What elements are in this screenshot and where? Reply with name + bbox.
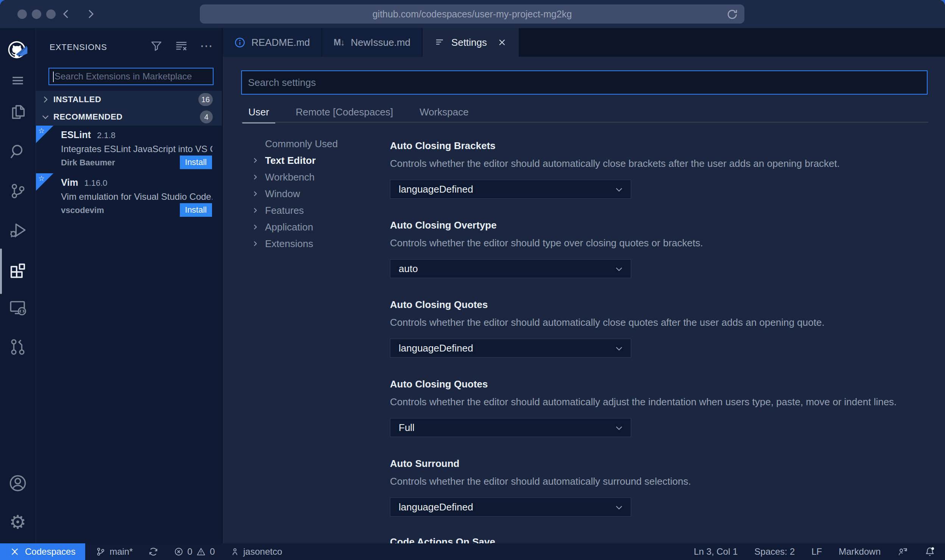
- user-label: jasonetco: [243, 546, 282, 557]
- browser-forward-button[interactable]: [82, 5, 99, 23]
- section-recommended[interactable]: RECOMMENDED 4: [36, 108, 222, 126]
- extension-list-item[interactable]: ☆ ESLint 2.1.8 Integrates ESLint JavaScr…: [36, 126, 222, 173]
- setting-entry: Code Actions On Save: [390, 535, 935, 543]
- sidebar-item-pull-requests[interactable]: [0, 332, 36, 362]
- section-installed[interactable]: INSTALLED 16: [36, 91, 222, 108]
- chevron-right-icon: [251, 205, 265, 215]
- setting-dropdown[interactable]: languageDefined: [390, 180, 631, 199]
- toc-item-commonly-used[interactable]: Commonly Used: [251, 135, 380, 152]
- tab-readme[interactable]: README.md: [223, 28, 322, 57]
- setting-description: Controls whether the editor should type …: [390, 236, 935, 249]
- setting-dropdown[interactable]: Full: [390, 418, 631, 437]
- chevron-down-icon: [614, 423, 624, 433]
- more-actions-button[interactable]: ⋯: [199, 39, 214, 53]
- tab-settings[interactable]: Settings: [423, 28, 519, 57]
- eol-sequence[interactable]: LF: [811, 546, 822, 557]
- toc-item-workbench[interactable]: Workbench: [251, 169, 380, 185]
- panel-actions: ⋯: [149, 39, 214, 53]
- browser-back-button[interactable]: [58, 5, 75, 23]
- maximize-window-button[interactable]: [46, 9, 56, 19]
- minimize-window-button[interactable]: [32, 9, 41, 19]
- panel-title: EXTENSIONS: [50, 42, 107, 52]
- scope-tab-remote[interactable]: Remote [Codespaces]: [290, 101, 399, 123]
- count-badge: 4: [200, 110, 213, 123]
- extension-version: 2.1.8: [97, 131, 115, 140]
- account-button[interactable]: [0, 468, 36, 498]
- setting-entry: Auto Surround Controls whether the edito…: [390, 457, 935, 516]
- install-button[interactable]: Install: [180, 203, 212, 217]
- branch-status[interactable]: main*: [96, 546, 133, 557]
- toc-item-extensions[interactable]: Extensions: [251, 235, 380, 252]
- filter-button[interactable]: [149, 39, 164, 53]
- sidebar-item-source-control[interactable]: [0, 176, 36, 206]
- ellipsis-icon: ⋯: [200, 39, 213, 52]
- setting-dropdown[interactable]: languageDefined: [390, 498, 631, 516]
- setting-title: Auto Closing Quotes: [390, 298, 935, 311]
- filter-icon: [150, 39, 163, 52]
- menu-button[interactable]: [0, 65, 36, 96]
- status-left: main* 0 0 jasonetco: [96, 546, 282, 557]
- extension-description: Integrates ESLint JavaScript into VS C..…: [61, 144, 212, 154]
- toc-item-text-editor[interactable]: Text Editor: [251, 152, 380, 169]
- problems-status[interactable]: 0 0: [174, 546, 215, 557]
- settings-search-input[interactable]: [242, 77, 927, 89]
- close-icon[interactable]: [497, 37, 507, 48]
- sidebar-item-explorer[interactable]: [0, 97, 36, 127]
- settings-gear-button[interactable]: ⚙: [0, 507, 36, 537]
- address-bar[interactable]: github.com/codespaces/user-my-project-mg…: [200, 5, 744, 23]
- chevron-right-icon: [251, 172, 265, 182]
- star-icon: ☆: [38, 126, 45, 135]
- files-icon: [9, 103, 27, 121]
- sync-button[interactable]: [148, 546, 159, 557]
- language-mode[interactable]: Markdown: [839, 546, 881, 557]
- count-badge: 16: [198, 93, 213, 106]
- sidebar-item-search[interactable]: [0, 137, 36, 167]
- tab-label: README.md: [251, 37, 310, 48]
- sidebar-item-extensions[interactable]: [0, 256, 36, 286]
- extensions-search-input[interactable]: [49, 71, 213, 82]
- screen: github.com/codespaces/user-my-project-mg…: [0, 0, 945, 560]
- warning-icon: [196, 547, 206, 557]
- install-button[interactable]: Install: [180, 156, 212, 169]
- toc-item-features[interactable]: Features: [251, 202, 380, 219]
- tab-label: Settings: [451, 37, 487, 48]
- notifications-button[interactable]: [925, 546, 935, 557]
- refresh-icon[interactable]: [726, 8, 739, 21]
- sidebar-item-remote-explorer[interactable]: [0, 292, 36, 323]
- extension-list-item[interactable]: ☆ Vim 1.16.0 Vim emulation for Visual St…: [36, 173, 222, 221]
- extension-version: 1.16.0: [84, 178, 107, 188]
- scope-tab-user[interactable]: User: [242, 101, 275, 123]
- remote-indicator[interactable]: Codespaces: [0, 543, 85, 560]
- feedback-button[interactable]: [897, 546, 908, 557]
- dropdown-value: Full: [399, 422, 415, 434]
- tab-newissue[interactable]: M↓ NewIssue.md: [322, 28, 423, 57]
- featured-ribbon: ☆: [36, 173, 53, 191]
- chevron-right-icon: [251, 222, 265, 232]
- extensions-icon: [8, 262, 27, 281]
- sidebar-item-run-debug[interactable]: [0, 215, 36, 245]
- run-and-debug-icon: [8, 221, 27, 240]
- github-codespaces-logo: [0, 36, 36, 66]
- clear-extensions-search-button[interactable]: [174, 39, 189, 53]
- toc-item-application[interactable]: Application: [251, 219, 380, 235]
- divider: [241, 122, 928, 123]
- featured-ribbon: ☆: [36, 126, 53, 143]
- cursor-position[interactable]: Ln 3, Col 1: [694, 546, 738, 557]
- bell-icon: [925, 546, 935, 557]
- workbench: ⚙ EXTENSIONS ⋯: [0, 28, 945, 543]
- remote-explorer-icon: [8, 298, 27, 317]
- extensions-search-box: [48, 68, 214, 85]
- chevron-down-icon: [614, 344, 624, 353]
- setting-dropdown[interactable]: languageDefined: [390, 339, 631, 358]
- feedback-icon: [897, 546, 908, 557]
- user-status[interactable]: jasonetco: [230, 546, 282, 557]
- markdown-icon: M↓: [334, 37, 345, 48]
- toc-item-window[interactable]: Window: [251, 185, 380, 202]
- indentation[interactable]: Spaces: 2: [755, 546, 795, 557]
- settings-tune-icon: [434, 37, 445, 48]
- close-window-button[interactable]: [17, 9, 27, 19]
- scope-tab-workspace[interactable]: Workspace: [413, 101, 475, 123]
- setting-dropdown[interactable]: auto: [390, 259, 631, 278]
- setting-description: Controls whether the editor should autom…: [390, 475, 935, 488]
- branch-label: main*: [109, 546, 133, 557]
